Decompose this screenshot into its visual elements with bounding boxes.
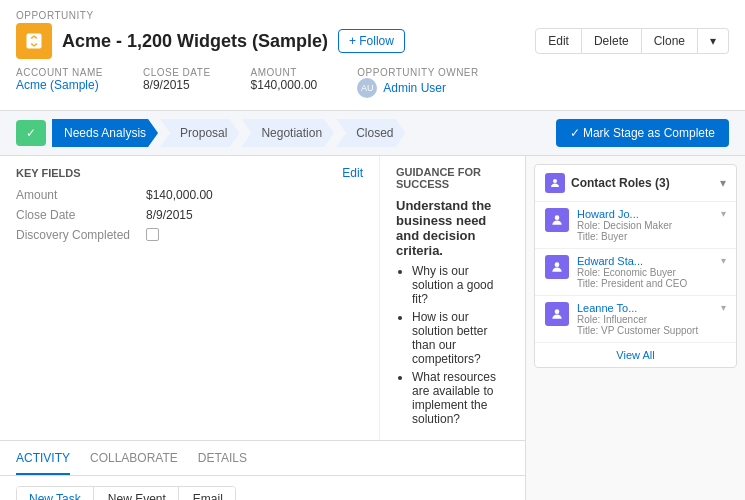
guidance-bullet-3: What resources are available to implemen… <box>412 370 509 426</box>
contact-roles-header: Contact Roles (3) ▾ <box>535 165 736 202</box>
contact-name-2[interactable]: Edward Sta... <box>577 255 713 267</box>
activity-area: New Task New Event Email Subject Save <box>0 476 525 500</box>
svg-point-6 <box>555 262 560 267</box>
discovery-field-label: Discovery Completed <box>16 228 146 242</box>
amount-field-label: Amount <box>16 188 146 202</box>
contact-avatar-2 <box>545 255 569 279</box>
view-all-link[interactable]: View All <box>535 343 736 367</box>
account-name-label: ACCOUNT NAME <box>16 67 103 78</box>
delete-button[interactable]: Delete <box>582 28 641 54</box>
contact-name-1[interactable]: Howard Jo... <box>577 208 713 220</box>
opportunity-icon <box>16 23 52 59</box>
field-row-discovery: Discovery Completed <box>16 228 363 242</box>
left-content: KEY FIELDS Edit Amount $140,000.00 Close… <box>0 156 525 500</box>
guidance-bullets: Why is our solution a good fit? How is o… <box>396 264 509 426</box>
tab-collaborate[interactable]: COLLABORATE <box>90 441 178 475</box>
contact-title-2: Title: President and CEO <box>577 278 713 289</box>
account-name-field: ACCOUNT NAME Acme (Sample) <box>16 67 103 98</box>
guidance-bullet-2: How is our solution better than our comp… <box>412 310 509 366</box>
stage-proposal[interactable]: Proposal <box>160 119 239 147</box>
page-layout: OPPORTUNITY Acme - 1,200 Widgets (Sample… <box>0 0 745 500</box>
key-fields-edit-link[interactable]: Edit <box>342 166 363 180</box>
stage-needs-analysis[interactable]: Needs Analysis <box>52 119 158 147</box>
guidance-bullet-1: Why is our solution a good fit? <box>412 264 509 306</box>
close-date-label: CLOSE DATE <box>143 67 211 78</box>
contact-item-2: Edward Sta... Role: Economic Buyer Title… <box>535 249 736 296</box>
contact-avatar-3 <box>545 302 569 326</box>
contact-1-chevron[interactable]: ▾ <box>721 208 726 219</box>
activity-buttons: New Task New Event Email <box>16 486 236 500</box>
contact-avatar-1 <box>545 208 569 232</box>
contact-title-3: Title: VP Customer Support <box>577 325 713 336</box>
contact-roles-icon <box>545 173 565 193</box>
owner-value[interactable]: Admin User <box>383 81 446 95</box>
page-header: OPPORTUNITY Acme - 1,200 Widgets (Sample… <box>0 0 745 156</box>
check-icon: ✓ <box>26 126 36 140</box>
clone-button[interactable]: Clone <box>641 28 698 54</box>
avatar: AU <box>357 78 377 98</box>
contact-3-chevron[interactable]: ▾ <box>721 302 726 313</box>
guidance-title: GUIDANCE FOR SUCCESS <box>396 166 509 190</box>
new-task-button[interactable]: New Task <box>17 487 94 500</box>
account-name-value[interactable]: Acme (Sample) <box>16 78 99 92</box>
mark-stage-complete-button[interactable]: ✓ Mark Stage as Complete <box>556 119 729 147</box>
field-row-close-date: Close Date 8/9/2015 <box>16 208 363 222</box>
tab-activity[interactable]: ACTIVITY <box>16 441 70 475</box>
key-fields-column: KEY FIELDS Edit Amount $140,000.00 Close… <box>0 156 380 440</box>
stages-list: Needs Analysis Proposal Negotiation Clos… <box>52 119 548 147</box>
stage-closed[interactable]: Closed <box>336 119 405 147</box>
right-panel: Contact Roles (3) ▾ Howard Jo... Role: D… <box>525 156 745 500</box>
guidance-heading: Understand the business need and decisio… <box>396 198 509 258</box>
contact-info-1: Howard Jo... Role: Decision Maker Title:… <box>577 208 713 242</box>
bottom-section: KEY FIELDS Edit Amount $140,000.00 Close… <box>0 156 745 500</box>
contact-info-3: Leanne To... Role: Influencer Title: VP … <box>577 302 713 336</box>
object-type-label: OPPORTUNITY <box>16 10 729 21</box>
amount-field: AMOUNT $140,000.00 <box>251 67 318 98</box>
contact-item-1: Howard Jo... Role: Decision Maker Title:… <box>535 202 736 249</box>
tab-details[interactable]: DETAILS <box>198 441 247 475</box>
contact-name-3[interactable]: Leanne To... <box>577 302 713 314</box>
amount-field-value: $140,000.00 <box>146 188 213 202</box>
svg-point-4 <box>553 179 557 183</box>
email-button[interactable]: Email <box>181 487 235 500</box>
page-title: Acme - 1,200 Widgets (Sample) <box>62 31 328 52</box>
guidance-column: GUIDANCE FOR SUCCESS Understand the busi… <box>380 156 525 440</box>
contact-item-3: Leanne To... Role: Influencer Title: VP … <box>535 296 736 343</box>
owner-field: OPPORTUNITY OWNER AU Admin User <box>357 67 478 98</box>
close-date-field-value: 8/9/2015 <box>146 208 193 222</box>
tabs-bar: ACTIVITY COLLABORATE DETAILS <box>0 441 525 476</box>
svg-point-7 <box>555 309 560 314</box>
stage-bar: ✓ Needs Analysis Proposal Negotiation Cl… <box>0 111 745 156</box>
discovery-checkbox[interactable] <box>146 228 159 241</box>
header-actions: Edit Delete Clone ▾ <box>535 28 729 54</box>
contact-roles-chevron[interactable]: ▾ <box>720 176 726 190</box>
contact-title-1: Title: Buyer <box>577 231 713 242</box>
more-actions-button[interactable]: ▾ <box>698 28 729 54</box>
guidance-text: Understand the business need and decisio… <box>396 198 509 426</box>
field-row-amount: Amount $140,000.00 <box>16 188 363 202</box>
contact-roles-card: Contact Roles (3) ▾ Howard Jo... Role: D… <box>534 164 737 368</box>
contact-roles-title: Contact Roles (3) <box>571 176 670 190</box>
svg-point-5 <box>555 215 560 220</box>
amount-label: AMOUNT <box>251 67 318 78</box>
contact-role-2: Role: Economic Buyer <box>577 267 713 278</box>
contact-2-chevron[interactable]: ▾ <box>721 255 726 266</box>
new-event-button[interactable]: New Event <box>96 487 179 500</box>
amount-value: $140,000.00 <box>251 78 318 92</box>
close-date-field-label: Close Date <box>16 208 146 222</box>
key-fields-title: KEY FIELDS <box>16 167 81 179</box>
contact-role-1: Role: Decision Maker <box>577 220 713 231</box>
contact-info-2: Edward Sta... Role: Economic Buyer Title… <box>577 255 713 289</box>
fields-guidance-section: KEY FIELDS Edit Amount $140,000.00 Close… <box>0 156 525 441</box>
close-date-field: CLOSE DATE 8/9/2015 <box>143 67 211 98</box>
contact-role-3: Role: Influencer <box>577 314 713 325</box>
stage-negotiation[interactable]: Negotiation <box>241 119 334 147</box>
close-date-value: 8/9/2015 <box>143 78 190 92</box>
stage-toggle-button[interactable]: ✓ <box>16 120 46 146</box>
owner-label: OPPORTUNITY OWNER <box>357 67 478 78</box>
follow-button[interactable]: + Follow <box>338 29 405 53</box>
edit-button[interactable]: Edit <box>535 28 582 54</box>
